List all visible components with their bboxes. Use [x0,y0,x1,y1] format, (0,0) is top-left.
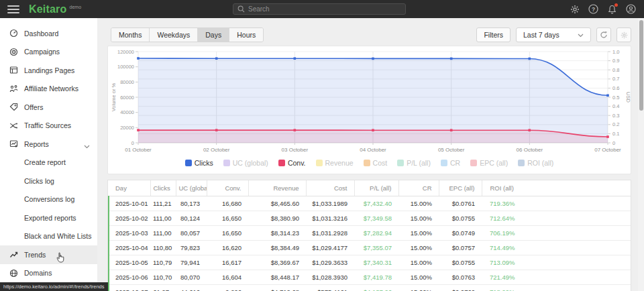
table-column-header[interactable]: Day [109,180,150,196]
sidebar-item-dashboard[interactable]: Dashboard [0,24,97,43]
table-cell: 2025-10-02 [109,211,150,225]
sidebar-item-black-and-white-lists[interactable]: Black and White Lists [0,227,97,246]
table-cell: $0.0763 [439,270,482,284]
filters-button[interactable]: Filters [476,27,511,42]
date-range-select[interactable]: Last 7 days [516,27,591,42]
sidebar-item-campaigns[interactable]: Campaigns [0,43,97,62]
table-cell: 16,617 [207,255,248,270]
tab-days[interactable]: Days [198,28,229,42]
table-cell: 15.00% [398,270,439,284]
table-cell: 15.00% [398,225,439,240]
table-cell: 16,620 [207,240,248,255]
legend-label: P/L (all) [407,159,431,167]
status-url-tooltip: https://demo.keitaro.io/admin/#!/trends/… [0,282,108,291]
svg-text:40000: 40000 [120,109,134,115]
account-icon[interactable] [626,4,636,14]
table-column-header[interactable]: Cost [306,180,354,196]
table-cell: $8,314.23 [248,225,306,240]
table-cell: $7,432.40 [354,196,398,211]
table-cell: $0.0755 [439,211,482,225]
svg-text:02 October: 02 October [203,147,230,153]
brand[interactable]: Keitaro demo [29,4,81,15]
legend-item[interactable]: EPC (all) [470,159,508,167]
table-cell: 719.36% [482,196,631,211]
sidebar-item-exported-reports[interactable]: Exported reports [0,209,97,227]
sidebar-item-domains[interactable]: Domains [0,264,97,283]
table-column-header[interactable]: Clicks [150,180,176,196]
tab-hours[interactable]: Hours [229,28,263,42]
menu-icon[interactable] [7,5,19,13]
svg-text:01 October: 01 October [125,147,152,153]
table-cell: 79,941 [176,255,207,270]
table-cell: $0.0749 [439,225,482,240]
scrollbar-track[interactable] [638,18,644,291]
table-cell: 16,604 [207,270,248,284]
svg-text:USD: USD [625,92,631,103]
table-column-header[interactable]: EPC (all) [439,180,482,196]
legend-label: ROI (all) [527,159,553,167]
legend-item[interactable]: Cost [364,159,388,167]
table-column-header[interactable]: CR [398,180,439,196]
sidebar-item-create-report[interactable]: Create report [0,154,97,172]
legend-item[interactable]: Clicks [185,159,213,167]
table-column-header[interactable]: P/L (all) [354,180,398,196]
table-column-header[interactable]: ROI (all) [482,180,631,196]
table-cell: $1,029.3633 [306,255,354,270]
table-column-header[interactable]: Revenue [248,180,306,196]
legend-item[interactable]: P/L (all) [397,159,431,167]
table-cell: $575.4161 [306,284,354,291]
table-cell: $0.0757 [439,240,482,255]
legend-item[interactable]: Conv. [278,159,306,167]
legend-label: CR [450,159,460,167]
sidebar-item-traffic-sources[interactable]: Traffic Sources [0,117,97,135]
table-cell: 714.49% [482,240,631,255]
trends-chart-card: 00.10.20.30.40.50.60.70.80.91.0020000400… [107,46,631,174]
date-range-value: Last 7 days [523,31,559,39]
tab-weekdays[interactable]: Weekdays [150,28,198,42]
sidebar-item-trends[interactable]: Trends [0,245,97,264]
table-row: 2025-10-04110,8079,82316,620$8,384.49$1,… [109,240,631,255]
sidebar-item-conversions-log[interactable]: Conversions log [0,190,97,209]
help-icon[interactable]: ? [588,4,598,14]
sidebar-item-landings-pages[interactable]: Landings Pages [0,61,97,80]
refresh-button[interactable] [596,27,611,42]
scrollbar-thumb[interactable] [639,20,643,111]
legend-item[interactable]: UC (global) [223,159,268,167]
table-cell: 15.00% [398,255,439,270]
sidebar-item-affiliate-networks[interactable]: Affiliate Networks [0,80,97,99]
svg-text:1.0: 1.0 [612,49,619,55]
table-cell: 80,057 [176,225,207,240]
chart-settings-button[interactable] [616,27,631,42]
sidebar-item-clicks-log[interactable]: Clicks log [0,172,97,190]
table-cell: 111,21 [150,196,176,211]
legend-item[interactable]: ROI (all) [518,159,553,167]
settings-gear-icon[interactable] [570,4,580,14]
search-input[interactable] [248,5,401,13]
legend-label: EPC (all) [480,159,508,167]
svg-text:0.1: 0.1 [612,131,619,137]
chart-legend: ClicksUC (global)Conv.RevenueCostP/L (al… [108,159,631,167]
trends-chart: 00.10.20.30.40.50.60.70.80.91.0020000400… [108,48,631,156]
sidebar-item-offers[interactable]: Offers [0,98,97,117]
table-cell: 16,680 [207,196,248,211]
svg-text:0.5: 0.5 [612,95,619,101]
table-row: 2025-10-02111,0080,12416,650$8,380.90$1,… [109,211,631,225]
table-cell: 61,97 [150,284,176,291]
table-column-header[interactable]: Conv. [207,180,248,196]
svg-text:06 October: 06 October [517,147,543,153]
legend-item[interactable]: CR [441,159,460,167]
sidebar-item-reports[interactable]: Reports [0,135,97,154]
svg-text:0.7: 0.7 [612,76,619,82]
table-row: 2025-10-05110,7979,94116,617$8,369.67$1,… [109,255,631,270]
table-cell: $7,419.78 [354,270,398,284]
table-cell: 2025-10-03 [109,225,150,240]
tab-months[interactable]: Months [111,28,150,42]
legend-item[interactable]: Revenue [316,159,354,167]
trends-table: DayClicksUC (global)Conv.RevenueCostP/L … [108,180,631,291]
search-box[interactable] [233,3,406,15]
table-column-header[interactable]: UC (global) [176,180,207,196]
table-cell: $7,355.07 [354,240,398,255]
table-cell: $8,369.67 [248,255,306,270]
svg-text:07 October: 07 October [594,147,621,153]
notifications-bell-icon[interactable] [607,4,617,14]
